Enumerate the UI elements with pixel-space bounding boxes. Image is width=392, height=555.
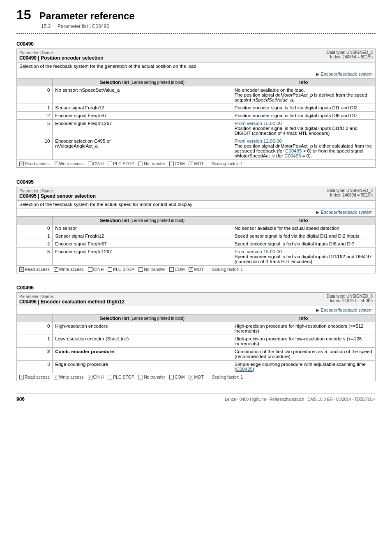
sections-container: C00490Parameter | Name:C00490 | Position… bbox=[16, 41, 376, 381]
check-mot: MOT bbox=[189, 375, 203, 379]
col-header-info: Info bbox=[232, 314, 375, 322]
encoder-link[interactable]: Encoder/feedback system bbox=[316, 210, 373, 215]
check-plc-stop: PLC STOP bbox=[108, 267, 134, 272]
row-num: 2 bbox=[17, 112, 53, 120]
param-link[interactable]: C00495 bbox=[284, 153, 301, 158]
encoder-link[interactable]: Encoder/feedback system bbox=[316, 308, 373, 312]
param-section-C00495: C00495Parameter | Name:C00495 | Speed se… bbox=[16, 179, 376, 273]
table-row: 2Encoder signal FreqIn67Speed encoder si… bbox=[17, 240, 376, 248]
signal-name: nSpeedSetValue_a bbox=[252, 97, 293, 102]
param-name-cell: Parameter | Name:C00490 | Position encod… bbox=[17, 49, 232, 62]
param-name-bold: C00490 | Position encoder selection bbox=[19, 55, 104, 61]
check-plc-stop: PLC STOP bbox=[108, 161, 134, 166]
row-num: 0 bbox=[17, 322, 53, 335]
check-cinh: CINH bbox=[88, 375, 104, 379]
row-name: Encoder selection C495 ornVoltageAngleAc… bbox=[53, 137, 232, 160]
footer-row: Read access Write access CINH PLC STOP N… bbox=[17, 160, 376, 168]
table-row: 1Low-resolution encoder (StateLine)High-… bbox=[17, 335, 376, 348]
row-info: High-precision procedure for low-resolut… bbox=[232, 335, 375, 348]
col-header-row: Selection list (Lenze setting printed in… bbox=[17, 217, 376, 224]
param-datatype-cell: Data type: UNSIGNED_8Index: 24079d = 5E0… bbox=[232, 293, 375, 306]
row-name: Edge-counting procedure bbox=[53, 361, 232, 373]
page-header: 15 Parameter reference 15.2 Parameter li… bbox=[16, 8, 376, 29]
param-name-bold: C00495 | Speed sensor selection bbox=[19, 193, 96, 199]
link-row: Encoder/feedback system bbox=[17, 70, 376, 79]
col-header-info: Info bbox=[232, 217, 375, 224]
row-info: Combination of the first two procedures … bbox=[232, 348, 375, 361]
row-num: 1 bbox=[17, 335, 53, 348]
row-name: No sensor bbox=[53, 224, 232, 232]
check-write-access: Write access bbox=[54, 161, 84, 166]
table-row: 1Sensor signal FreqIn12Position encoder … bbox=[17, 104, 376, 112]
footer-checks: Read access Write access CINH PLC STOP N… bbox=[19, 267, 373, 272]
row-num: 5 bbox=[17, 120, 53, 137]
col-header-num bbox=[17, 217, 53, 224]
col-header-row: Selection list (Lenze setting printed in… bbox=[17, 79, 376, 86]
param-table-C00495: Parameter | Name:C00495 | Speed sensor s… bbox=[16, 187, 376, 273]
row-info: Speed encoder signal is fed via digital … bbox=[232, 240, 375, 248]
row-info: No sensor available for the actual speed… bbox=[232, 224, 375, 232]
row-num: 2 bbox=[17, 240, 53, 248]
param-table-C00490: Parameter | Name:C00490 | Position encod… bbox=[16, 49, 376, 168]
table-row: 5Encoder signal FreqIn1267From version 1… bbox=[17, 248, 376, 266]
param-link[interactable]: C00425 bbox=[236, 367, 253, 372]
row-name: Encoder signal FreqIn67 bbox=[53, 240, 232, 248]
row-info: Simple edge counting procedure with adju… bbox=[232, 361, 375, 373]
param-name-cell: Parameter | Name:C00495 | Speed sensor s… bbox=[17, 187, 232, 201]
check-no-transfer: No transfer bbox=[138, 161, 165, 166]
param-datatype-cell: Data type: UNSIGNED_8Index: 24080d = 5E1… bbox=[232, 187, 375, 201]
row-name: Encoder signal FreqIn67 bbox=[53, 112, 232, 120]
footer-row: Read access Write access CINH PLC STOP N… bbox=[17, 266, 376, 273]
param-link[interactable]: C00495 bbox=[285, 148, 302, 153]
footer-text: Lenze · 8400 HighLine · Referenzhandbuch… bbox=[225, 397, 376, 402]
row-info: From version 12.00.00The position signal… bbox=[232, 137, 375, 160]
row-info: Speed sensor signal is fed via the digit… bbox=[232, 232, 375, 240]
col-header-num bbox=[17, 314, 53, 322]
col-header-row: Selection list (Lenze setting printed in… bbox=[17, 314, 376, 322]
encoder-link[interactable]: Encoder/feedback system bbox=[316, 72, 373, 76]
row-name: Encoder signal FreqIn1267 bbox=[53, 248, 232, 266]
param-table-C00496: Parameter | Name:C00496 | Encoder evalua… bbox=[16, 292, 376, 381]
subheading-text: Parameter list | C00490 bbox=[58, 23, 109, 29]
footer-row: Read access Write access CINH PLC STOP N… bbox=[17, 373, 376, 381]
scaling-factor: Scaling factor: 1 bbox=[212, 375, 243, 379]
row-name: Sensor signal FreqIn12 bbox=[53, 232, 232, 240]
row-name: Encoder signal FreqIn1267 bbox=[53, 120, 232, 137]
chapter-number: 15 bbox=[16, 8, 31, 21]
row-info: High-precision procedure for high-resolu… bbox=[232, 322, 375, 335]
footer-cell: Read access Write access CINH PLC STOP N… bbox=[17, 160, 376, 168]
footer-cell: Read access Write access CINH PLC STOP N… bbox=[17, 373, 376, 381]
param-header-left: Parameter | Name: bbox=[19, 294, 54, 299]
page-number: 906 bbox=[16, 396, 25, 402]
check-mot: MOT bbox=[189, 161, 203, 166]
signal-name: dnMotorPosAct_p bbox=[275, 92, 313, 97]
col-header-selection: Selection list (Lenze setting printed in… bbox=[53, 314, 232, 322]
row-num: 1 bbox=[17, 232, 53, 240]
row-name: Sensor signal FreqIn12 bbox=[53, 104, 232, 112]
row-num: 5 bbox=[17, 248, 53, 266]
row-info: From version 15.00.00Speed encoder signa… bbox=[232, 248, 375, 266]
row-num: 3 bbox=[17, 361, 53, 373]
section-divider bbox=[16, 33, 376, 34]
check-write-access: Write access bbox=[54, 375, 84, 379]
table-header-row: Parameter | Name:C00496 | Encoder evalua… bbox=[17, 293, 376, 306]
param-section-C00490: C00490Parameter | Name:C00490 | Position… bbox=[16, 41, 376, 168]
description-cell: Selection of the feedback system for the… bbox=[17, 62, 376, 70]
table-row: 0High-resolution encodersHigh-precision … bbox=[17, 322, 376, 335]
check-com: COM bbox=[169, 267, 185, 272]
table-header-row: Parameter | Name:C00490 | Position encod… bbox=[17, 49, 376, 62]
check-mot: MOT bbox=[189, 267, 203, 272]
section-label-C00495: C00495 bbox=[16, 179, 376, 185]
row-num: 10 bbox=[17, 137, 53, 160]
scaling-factor: Scaling factor: 1 bbox=[212, 161, 243, 166]
table-row: 0No sensor: nSpeedSetValue_aNo encoder a… bbox=[17, 86, 376, 104]
param-header-left: Parameter | Name: bbox=[19, 189, 54, 193]
footer-checks: Read access Write access CINH PLC STOP N… bbox=[19, 161, 373, 166]
table-row: 3Edge-counting procedureSimple edge coun… bbox=[17, 361, 376, 373]
link-cell: Encoder/feedback system bbox=[17, 70, 376, 79]
chapter-title: Parameter reference bbox=[39, 10, 135, 22]
row-info: From version 15.00.00Position encoder si… bbox=[232, 120, 375, 137]
row-num: 2 bbox=[17, 348, 53, 361]
col-header-num bbox=[17, 79, 53, 86]
from-version-text: From version 12.00.00 bbox=[235, 139, 282, 143]
